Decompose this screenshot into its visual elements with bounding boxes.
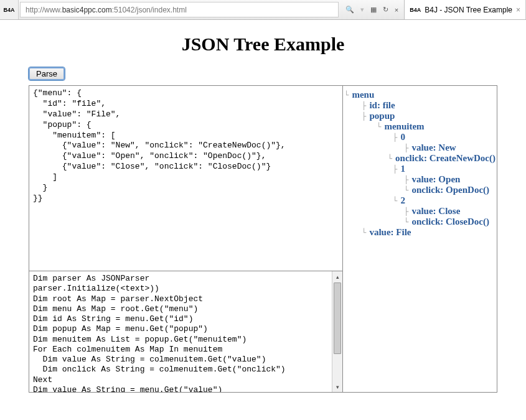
tree-node-0[interactable]: ├ 0 [344, 132, 495, 142]
scrollbar-vertical[interactable]: ▴ ▾ [332, 271, 342, 392]
tree-node-2[interactable]: └ 2 [344, 195, 495, 206]
tree-node-0-value[interactable]: ├ value: New [344, 142, 495, 153]
tree-branch-icon: └ [393, 197, 400, 205]
address-bar[interactable]: http://www.basic4ppc.com:51042/json/inde… [20, 2, 339, 17]
separator-icon: ▾ [359, 4, 366, 15]
tree-branch-icon: ├ [393, 165, 400, 174]
tree-branch-icon: └ [362, 228, 369, 237]
tree-node-1-value[interactable]: ├ value: Open [344, 174, 495, 185]
parse-row: Parse [0, 67, 526, 80]
tree-branch-icon: └ [344, 91, 352, 100]
compat-icon[interactable]: ▦ [369, 4, 378, 15]
tree-branch-icon: ├ [362, 101, 369, 110]
tree-branch-icon: └ [388, 154, 395, 163]
tree-branch-icon: └ [404, 186, 411, 195]
tree-branch-icon: ├ [404, 175, 411, 184]
tree-node-value[interactable]: └ value: File [344, 227, 495, 238]
tree-panel: └ menu ├ id: file ├ popup └ menuitem [343, 86, 497, 392]
scrollbar-thumb[interactable] [334, 282, 341, 354]
browser-chrome: B4A http://www.basic4ppc.com:51042/json/… [0, 0, 526, 20]
tabs-area: B4A B4J - JSON Tree Example × [404, 0, 526, 19]
tree-branch-icon: ├ [404, 207, 411, 216]
tree-branch-icon: └ [404, 218, 411, 226]
scroll-up-icon[interactable]: ▴ [332, 271, 342, 282]
browser-toolbar: 🔍 ▾ ▦ ↻ × [340, 0, 404, 19]
parse-button[interactable]: Parse [29, 67, 65, 80]
tree-node-menuitem[interactable]: └ menuitem [344, 121, 495, 132]
json-input-textarea[interactable]: {"menu": { "id": "file", "value": "File"… [29, 86, 342, 271]
main-layout: {"menu": { "id": "file", "value": "File"… [29, 85, 497, 393]
page-content: JSON Tree Example Parse {"menu": { "id":… [0, 34, 526, 393]
tree-node-0-onclick[interactable]: └ onclick: CreateNewDoc() [344, 153, 495, 164]
tree-node-2-value[interactable]: ├ value: Close [344, 206, 495, 217]
refresh-icon[interactable]: ↻ [381, 4, 390, 15]
close-icon[interactable]: × [516, 6, 520, 14]
page-favicon-icon: B4A [0, 0, 19, 19]
tree-branch-icon: ├ [393, 133, 400, 142]
tree-node-1[interactable]: ├ 1 [344, 164, 495, 174]
tree-node-popup[interactable]: ├ popup [344, 111, 495, 121]
code-output-textarea[interactable]: Dim parser As JSONParser parser.Initiali… [29, 271, 332, 392]
stop-icon[interactable]: × [393, 5, 400, 15]
scroll-down-icon[interactable]: ▾ [332, 381, 342, 392]
json-tree: └ menu ├ id: file ├ popup └ menuitem [344, 90, 495, 238]
tab-title: B4J - JSON Tree Example [425, 6, 512, 14]
tree-node-1-onclick[interactable]: └ onclick: OpenDoc() [344, 185, 495, 195]
tree-node-menu[interactable]: └ menu [344, 90, 495, 100]
search-icon[interactable]: 🔍 [344, 4, 356, 15]
page-title: JSON Tree Example [0, 34, 526, 55]
tree-branch-icon: ├ [362, 112, 369, 121]
url-domain: basic4ppc.com [62, 6, 112, 14]
browser-tab[interactable]: B4A B4J - JSON Tree Example × [405, 0, 526, 19]
tree-node-id[interactable]: ├ id: file [344, 100, 495, 111]
url-prefix: http://www. [26, 6, 62, 14]
tab-favicon-icon: B4A [410, 7, 421, 13]
tree-node-2-onclick[interactable]: └ onclick: CloseDoc() [344, 217, 495, 227]
left-column: {"menu": { "id": "file", "value": "File"… [29, 86, 343, 392]
tree-branch-icon: └ [377, 123, 384, 131]
tree-branch-icon: ├ [404, 144, 411, 152]
code-output-wrap: Dim parser As JSONParser parser.Initiali… [29, 271, 342, 392]
url-suffix: :51042/json/index.html [112, 6, 187, 14]
